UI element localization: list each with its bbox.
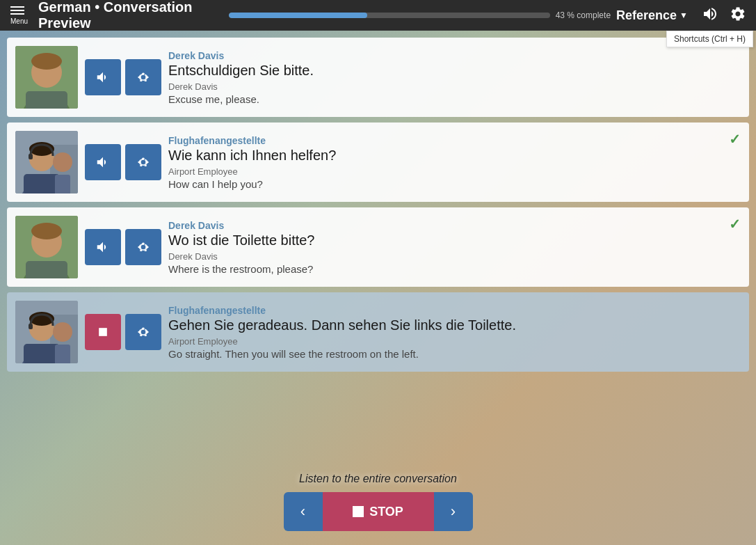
svg-point-25 (146, 161, 149, 163)
conversation-item-4: FlughafenangestellteGehen Sie geradeaus.… (7, 292, 749, 372)
check-mark-2: ✓ (729, 131, 741, 148)
avatar-2 (15, 131, 78, 193)
check-mark-3: ✓ (729, 216, 741, 232)
svg-point-24 (138, 161, 140, 163)
english-text-1: Excuse me, please. (168, 93, 741, 105)
progress-bar-container (229, 13, 549, 18)
play-button-1[interactable] (85, 59, 121, 95)
svg-point-54 (141, 330, 146, 335)
stop-audio-button-4[interactable] (85, 314, 121, 350)
svg-point-27 (145, 165, 147, 166)
svg-point-60 (144, 329, 145, 330)
next-button[interactable]: › (434, 492, 473, 531)
speaker-name-english-2: Airport Employee (168, 166, 741, 177)
svg-point-23 (141, 160, 146, 165)
svg-rect-51 (55, 345, 70, 363)
slow-play-button-4[interactable] (125, 314, 161, 350)
stop-icon (353, 506, 364, 517)
conversation-item-3: Derek DavisWo ist die Toilette bitte?Der… (7, 207, 749, 287)
german-text-1: Entschuldigen Sie bitte. (168, 63, 741, 79)
svg-point-40 (145, 250, 147, 251)
svg-point-7 (138, 77, 140, 78)
play-button-2[interactable] (85, 144, 121, 180)
avatar-3 (15, 216, 78, 278)
svg-rect-48 (29, 324, 33, 329)
conversation-item-1: Derek DavisEntschuldigen Sie bitte.Derek… (7, 38, 749, 117)
header: Menu German • Conversation Preview 43 % … (0, 0, 756, 31)
avatar-4 (15, 301, 78, 363)
speaker-name-german-1: Derek Davis (168, 50, 741, 61)
speaker-name-german-4: Flughafenangestellte (168, 305, 741, 316)
conv-text-2: FlughafenangestellteWie kann ich Ihnen h… (168, 135, 741, 190)
svg-rect-49 (24, 344, 60, 363)
svg-rect-52 (99, 328, 107, 336)
sound-button[interactable] (699, 3, 721, 29)
reference-label: Reference (616, 8, 677, 23)
svg-point-58 (145, 335, 147, 336)
speaker-name-german-3: Derek Davis (168, 220, 741, 231)
german-text-2: Wie kann ich Ihnen helfen? (168, 148, 741, 164)
svg-point-42 (144, 244, 145, 245)
item-controls-4 (85, 314, 161, 350)
item-controls-2 (85, 144, 161, 180)
progress-section: 43 % complete (229, 10, 611, 20)
main-content: Derek DavisEntschuldigen Sie bitte.Derek… (0, 31, 756, 545)
english-text-3: Where is the restroom, please? (168, 263, 741, 275)
speaker-name-english-4: Airport Employee (168, 336, 741, 347)
svg-point-55 (138, 331, 140, 333)
svg-point-50 (53, 322, 72, 342)
svg-point-36 (141, 245, 146, 250)
menu-label: Menu (10, 17, 28, 25)
german-text-4: Gehen Sie geradeaus. Dann sehen Sie link… (168, 317, 741, 333)
progress-text: 43 % complete (556, 10, 611, 20)
shortcuts-tooltip: Shortcuts (Ctrl + H) (666, 31, 753, 47)
speaker-name-english-3: Derek Davis (168, 251, 741, 262)
conversation-list: Derek DavisEntschuldigen Sie bitte.Derek… (0, 31, 756, 466)
svg-point-10 (145, 80, 147, 81)
reference-button[interactable]: Reference ▼ (611, 6, 693, 26)
page-title: German • Conversation Preview (38, 0, 229, 31)
svg-point-39 (140, 250, 142, 251)
header-right: Reference ▼ (611, 3, 749, 29)
slow-play-button-2[interactable] (125, 144, 161, 180)
settings-icon (730, 6, 746, 22)
svg-point-26 (140, 165, 142, 166)
sound-icon (702, 6, 718, 22)
stop-button[interactable]: STOP (323, 492, 434, 531)
slow-play-button-3[interactable] (125, 229, 161, 265)
chevron-down-icon: ▼ (679, 10, 688, 20)
menu-button[interactable]: Menu (7, 3, 31, 29)
conv-text-4: FlughafenangestellteGehen Sie geradeaus.… (168, 305, 741, 360)
svg-point-9 (140, 80, 142, 81)
english-text-2: How can I help you? (168, 178, 741, 190)
conv-text-3: Derek DavisWo ist die Toilette bitte?Der… (168, 220, 741, 275)
conv-text-1: Derek DavisEntschuldigen Sie bitte.Derek… (168, 50, 741, 105)
svg-rect-19 (24, 174, 60, 193)
svg-rect-21 (55, 175, 70, 193)
svg-point-56 (146, 331, 149, 333)
listen-text: Listen to the entire conversation (299, 473, 457, 485)
svg-point-57 (140, 335, 142, 336)
speaker-name-german-2: Flughafenangestellte (168, 135, 741, 146)
stop-label: STOP (369, 505, 403, 519)
svg-point-37 (138, 246, 140, 248)
avatar-1 (15, 46, 78, 109)
conversation-item-2: FlughafenangestellteWie kann ich Ihnen h… (7, 123, 749, 202)
svg-rect-34 (26, 261, 67, 278)
svg-rect-4 (26, 91, 67, 109)
item-controls-3 (85, 229, 161, 265)
progress-bar-fill (229, 13, 367, 18)
slow-play-button-1[interactable] (125, 59, 161, 95)
svg-point-8 (146, 77, 149, 78)
settings-button[interactable] (727, 3, 749, 29)
svg-point-29 (144, 159, 145, 160)
svg-point-33 (31, 223, 62, 239)
prev-button[interactable]: ‹ (284, 492, 323, 531)
speaker-name-english-1: Derek Davis (168, 81, 741, 92)
english-text-4: Go straight. Then you will see the restr… (168, 348, 741, 360)
play-button-3[interactable] (85, 229, 121, 265)
german-text-3: Wo ist die Toilette bitte? (168, 232, 741, 248)
svg-point-38 (146, 246, 149, 248)
svg-rect-18 (29, 154, 33, 159)
bottom-section: Listen to the entire conversation ‹ STOP… (0, 466, 756, 545)
